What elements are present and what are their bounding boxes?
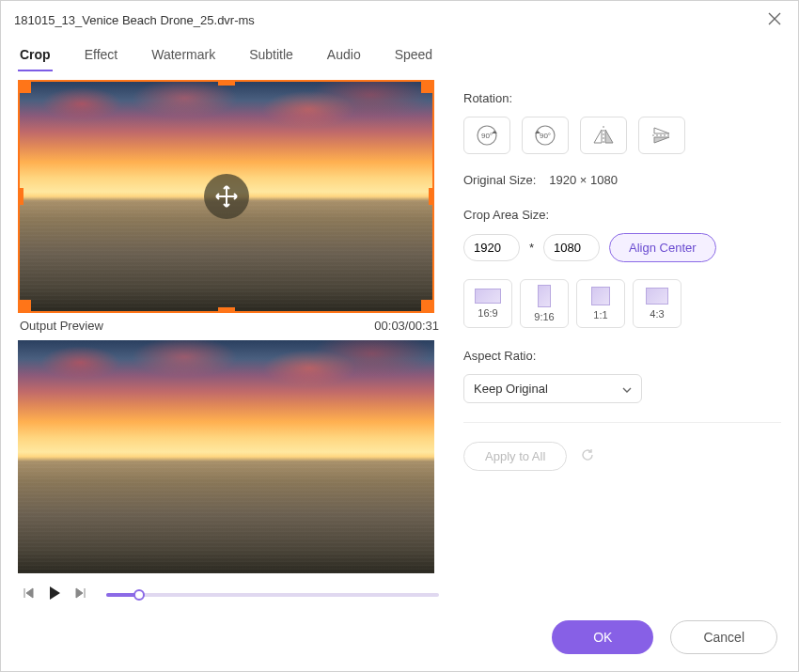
output-preview [18,340,434,573]
crop-handle-br[interactable] [421,300,434,313]
crop-handle-tr[interactable] [421,80,434,93]
crop-handle-right[interactable] [429,188,434,205]
aspect-shape-icon [591,287,610,305]
ok-button[interactable]: OK [552,620,653,654]
crop-handle-tl[interactable] [18,80,31,93]
align-center-button[interactable]: Align Center [609,233,716,262]
dialog-footer: OK Cancel [552,620,777,654]
divider [463,422,781,423]
close-icon[interactable] [764,10,785,30]
preview-column: Output Preview 00:03/00:31 [18,80,441,616]
reset-icon[interactable] [580,447,595,465]
playback-slider[interactable] [106,593,439,597]
tab-bar: Crop Effect Watermark Subtitle Audio Spe… [1,39,798,72]
original-size-value: 1920 × 1080 [549,173,618,187]
titlebar: 181015_13_Venice Beach Drone_25.dvr-ms [1,1,798,39]
tab-subtitle[interactable]: Subtitle [247,39,295,71]
aspect-ratio-select[interactable]: Keep Original [463,374,642,403]
crop-preview[interactable] [18,80,434,313]
rotation-label: Rotation: [463,91,781,105]
tab-watermark[interactable]: Watermark [149,39,217,71]
crop-handle-bl[interactable] [18,300,31,313]
svg-text:90°: 90° [481,132,493,140]
aspect-ratio-label: Aspect Ratio: [463,349,781,363]
slider-thumb[interactable] [133,589,145,601]
preview-info-bar: Output Preview 00:03/00:31 [18,313,441,338]
aspect-1-1-button[interactable]: 1:1 [576,279,625,328]
aspect-9-16-button[interactable]: 9:16 [520,279,569,328]
move-handle-icon[interactable] [204,174,249,219]
aspect-shape-icon [475,289,501,304]
tab-speed[interactable]: Speed [393,39,434,71]
original-size-label: Original Size: [463,173,536,187]
crop-handle-left[interactable] [18,188,24,205]
aspect-shape-icon [538,285,551,307]
size-separator: * [529,241,534,255]
flip-horizontal-icon[interactable] [580,117,627,154]
crop-handle-bottom[interactable] [218,307,235,313]
next-frame-icon[interactable] [72,585,89,604]
crop-width-input[interactable] [463,234,520,261]
svg-text:90°: 90° [540,132,551,140]
editor-window: 181015_13_Venice Beach Drone_25.dvr-ms C… [0,0,799,672]
crop-height-input[interactable] [543,234,600,261]
playback-controls [18,573,441,616]
chevron-down-icon [622,382,632,396]
aspect-ratio-value: Keep Original [474,382,548,396]
apply-to-all-button[interactable]: Apply to All [463,442,567,471]
rotate-cw-icon[interactable]: 90° [463,117,510,154]
aspect-16-9-button[interactable]: 16:9 [463,279,512,328]
aspect-shape-icon [646,288,668,305]
tab-audio[interactable]: Audio [325,39,363,71]
crop-handle-top[interactable] [218,80,235,86]
aspect-preset-row: 16:9 9:16 1:1 4:3 [463,279,781,328]
aspect-4-3-button[interactable]: 4:3 [633,279,682,328]
playback-time: 00:03/00:31 [374,319,439,333]
cancel-button[interactable]: Cancel [670,620,777,654]
tab-effect[interactable]: Effect [83,39,120,71]
tab-crop[interactable]: Crop [18,39,53,71]
rotate-ccw-icon[interactable]: 90° [522,117,569,154]
output-video-frame [18,340,434,573]
prev-frame-icon[interactable] [20,585,37,604]
window-title: 181015_13_Venice Beach Drone_25.dvr-ms [14,13,255,27]
play-icon[interactable] [44,583,65,606]
output-preview-label: Output Preview [20,319,103,333]
crop-area-label: Crop Area Size: [463,208,781,222]
settings-column: Rotation: 90° 90° Original Size: 1920 × … [463,80,781,616]
flip-vertical-icon[interactable] [638,117,685,154]
